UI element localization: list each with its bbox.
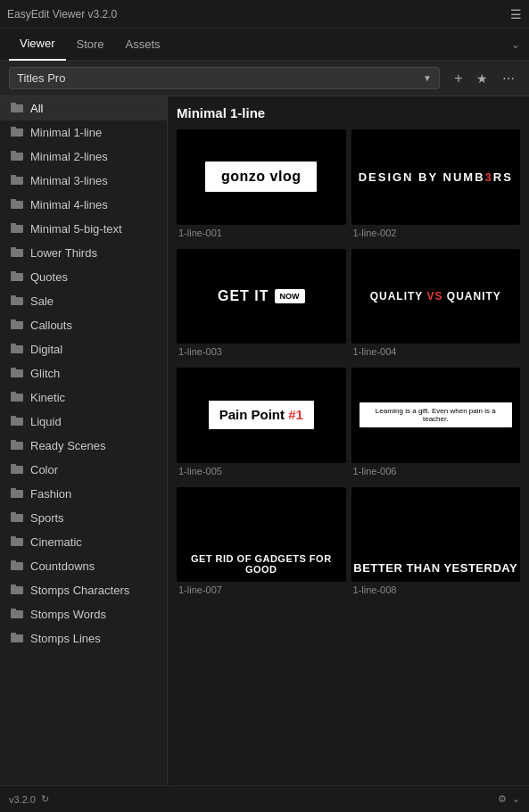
sidebar-item-minimal-1-line[interactable]: Minimal 1-line <box>0 120 167 145</box>
svg-rect-37 <box>11 536 16 539</box>
sidebar-item-label: Minimal 5-big-text <box>30 222 122 236</box>
grid-item[interactable]: Learning is a gift. Even when pain is a … <box>351 368 521 482</box>
sidebar-item-label: All <box>30 102 43 115</box>
grid-item-label: 1-line-004 <box>351 346 521 362</box>
sidebar-item-lower-thirds[interactable]: Lower Thirds <box>0 241 167 265</box>
content-area: Minimal 1-line gonzo vlog 1-line-001 DES… <box>168 96 529 785</box>
sidebar-item-glitch[interactable]: Glitch <box>0 361 167 385</box>
tabbar: Viewer Store Assets ⌄ <box>0 29 529 61</box>
hamburger-icon[interactable]: ☰ <box>510 7 522 21</box>
svg-rect-30 <box>11 466 23 474</box>
svg-rect-4 <box>11 153 23 161</box>
sidebar-item-countdowns[interactable]: Countdowns <box>0 554 167 578</box>
grid-item[interactable]: DESIGN BY NUMB3RS 1-line-002 <box>351 129 521 244</box>
sidebar-item-label: Kinetic <box>30 391 65 404</box>
svg-rect-41 <box>11 584 16 587</box>
svg-rect-21 <box>11 344 16 346</box>
grid-item[interactable]: QUALITY VS QUANITY 1-line-004 <box>351 249 521 363</box>
grid-thumbnail: Pain Point #1 <box>177 368 346 463</box>
sidebar-item-fashion[interactable]: Fashion <box>0 482 167 506</box>
sidebar-item-sports[interactable]: Sports <box>0 506 167 530</box>
folder-icon <box>11 319 23 332</box>
svg-rect-20 <box>11 345 23 353</box>
grid-item-label: 1-line-003 <box>177 346 346 362</box>
svg-rect-29 <box>11 440 16 443</box>
sidebar-item-minimal-3-lines[interactable]: Minimal 3-lines <box>0 169 167 193</box>
svg-rect-45 <box>11 633 16 635</box>
sidebar-item-liquid[interactable]: Liquid <box>0 410 167 434</box>
titlebar: EasyEdit Viewer v3.2.0 ☰ <box>0 0 529 29</box>
sidebar-item-all[interactable]: All <box>0 96 167 120</box>
sidebar-item-minimal-2-lines[interactable]: Minimal 2-lines <box>0 145 167 169</box>
sidebar-item-quotes[interactable]: Quotes <box>0 265 167 289</box>
sidebar-item-minimal-4-lines[interactable]: Minimal 4-lines <box>0 193 167 217</box>
grid-item[interactable]: Get Rid Of Gadgets For Good 1-line-007 <box>177 487 346 601</box>
main-layout: All Minimal 1-line Minimal 2-lines Minim… <box>0 96 529 785</box>
svg-rect-7 <box>11 175 16 178</box>
svg-rect-3 <box>11 127 16 129</box>
sidebar-item-stomps-words[interactable]: Stomps Words <box>0 602 167 626</box>
grid-thumbnail: QUALITY VS QUANITY <box>351 249 521 344</box>
grid-item-label: 1-line-008 <box>351 584 521 601</box>
grid-item[interactable]: Pain Point #1 1-line-005 <box>177 368 346 482</box>
sidebar-item-cinematic[interactable]: Cinematic <box>0 530 167 554</box>
content-grid: gonzo vlog 1-line-001 DESIGN BY NUMB3RS … <box>177 129 520 601</box>
sidebar-item-label: Digital <box>30 343 62 356</box>
grid-thumbnail: GET IT NOW <box>177 249 346 344</box>
statusbar-chevron-icon[interactable]: ⌄ <box>512 793 520 805</box>
sidebar-item-minimal-5-big-text[interactable]: Minimal 5-big-text <box>0 217 167 241</box>
sidebar-item-digital[interactable]: Digital <box>0 337 167 361</box>
sidebar-item-label: Color <box>30 463 58 476</box>
tab-assets[interactable]: Assets <box>115 29 171 61</box>
sidebar-item-sale[interactable]: Sale <box>0 289 167 313</box>
svg-rect-19 <box>11 319 16 322</box>
folder-icon <box>11 198 23 211</box>
folder-icon <box>11 632 23 645</box>
collection-selector[interactable]: Titles Pro ▼ <box>9 67 440 89</box>
folder-icon <box>11 294 23 308</box>
refresh-icon[interactable]: ↻ <box>41 793 49 805</box>
folder-icon <box>11 270 23 284</box>
svg-rect-9 <box>11 199 16 202</box>
folder-icon <box>11 102 23 115</box>
svg-rect-35 <box>11 512 16 515</box>
sidebar-item-label: Minimal 2-lines <box>30 150 108 163</box>
gear-icon[interactable]: ⚙ <box>498 793 507 805</box>
sidebar-item-label: Ready Scenes <box>30 439 106 452</box>
sidebar-item-label: Sports <box>30 511 64 525</box>
svg-rect-18 <box>11 321 23 329</box>
sidebar-item-callouts[interactable]: Callouts <box>0 313 167 337</box>
sidebar-item-kinetic[interactable]: Kinetic <box>0 385 167 410</box>
svg-rect-23 <box>11 368 16 370</box>
svg-rect-6 <box>11 177 23 185</box>
grid-item-label: 1-line-006 <box>351 466 521 482</box>
sidebar-item-stomps-characters[interactable]: Stomps Characters <box>0 578 167 602</box>
grid-item[interactable]: GET IT NOW 1-line-003 <box>177 249 346 363</box>
grid-item[interactable]: Better Than Yesterday 1-line-008 <box>351 487 521 601</box>
grid-thumbnail: Better Than Yesterday <box>351 487 521 583</box>
svg-rect-38 <box>11 562 23 570</box>
tab-store[interactable]: Store <box>66 29 115 61</box>
svg-rect-5 <box>11 151 16 153</box>
grid-thumbnail: gonzo vlog <box>177 129 346 225</box>
sidebar-item-label: Fashion <box>30 487 71 501</box>
collection-star-button[interactable]: ★ <box>470 67 493 90</box>
content-section-title: Minimal 1-line <box>177 105 520 120</box>
grid-item[interactable]: gonzo vlog 1-line-001 <box>177 129 346 244</box>
sidebar-item-label: Lower Thirds <box>30 246 97 260</box>
svg-rect-11 <box>11 223 16 226</box>
collection-add-button[interactable]: + <box>447 67 470 90</box>
collection-more-button[interactable]: ⋯ <box>497 67 520 90</box>
tab-chevron-icon[interactable]: ⌄ <box>511 38 520 51</box>
tab-viewer[interactable]: Viewer <box>9 29 66 61</box>
sidebar-item-ready-scenes[interactable]: Ready Scenes <box>0 434 167 458</box>
svg-rect-17 <box>11 295 16 298</box>
statusbar-version: v3.2.0 <box>9 794 36 805</box>
sidebar: All Minimal 1-line Minimal 2-lines Minim… <box>0 96 168 785</box>
folder-icon <box>11 246 23 260</box>
sidebar-item-color[interactable]: Color <box>0 458 167 482</box>
collection-dropdown-icon: ▼ <box>423 73 432 83</box>
sidebar-item-stomps-lines[interactable]: Stomps Lines <box>0 626 167 650</box>
svg-rect-12 <box>11 249 23 257</box>
folder-icon <box>11 584 23 597</box>
